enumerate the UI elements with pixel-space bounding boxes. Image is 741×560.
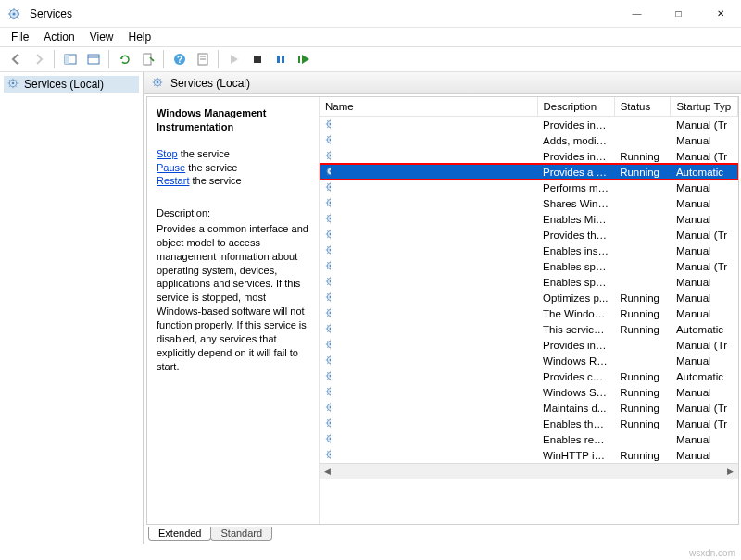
menu-help[interactable]: Help (121, 29, 159, 45)
column-header-status[interactable]: Status (614, 97, 671, 117)
cell-name: Windows Management Service (320, 180, 331, 195)
tab-extended[interactable]: Extended (148, 527, 211, 541)
service-row-icon (325, 229, 331, 242)
menu-view[interactable]: View (82, 29, 121, 45)
show-hide-tree-button[interactable] (59, 49, 81, 69)
service-row-icon (325, 323, 331, 336)
svg-rect-13 (277, 56, 280, 63)
properties-button[interactable] (192, 49, 213, 69)
cell-startup: Manual (Tr (671, 400, 738, 416)
toolbar-separator (108, 50, 109, 68)
pause-service-link[interactable]: Pause (157, 162, 185, 173)
table-row[interactable]: Windows Update Medic ServiceEnables rem.… (320, 431, 738, 447)
cell-startup: Manual (671, 384, 738, 400)
maximize-button[interactable]: □ (658, 0, 699, 28)
cell-startup: Manual (Tr (671, 258, 738, 274)
cell-startup: Manual (671, 353, 738, 368)
stop-service-link[interactable]: Stop (157, 148, 178, 159)
services-app-icon (7, 7, 26, 20)
table-row[interactable]: Windows Management ServicePerforms ma...… (320, 180, 738, 195)
properties-toolbar-button[interactable] (82, 49, 104, 69)
restart-service-link[interactable]: Restart (157, 175, 189, 186)
table-row[interactable]: Windows InstallerAdds, modifi...Manual (320, 132, 738, 148)
table-row[interactable]: WinHTTP Web Proxy Auto-Discovery S...Win… (320, 447, 738, 463)
table-row[interactable]: Windows License Manager ServiceProvides … (320, 148, 738, 164)
cell-name: Windows Update (320, 416, 331, 431)
svg-rect-4 (88, 55, 99, 64)
forward-button[interactable] (28, 49, 49, 69)
cell-name: Windows Update Medic Service (320, 431, 331, 447)
cell-description: Enables rem... (537, 431, 614, 447)
back-button[interactable] (5, 49, 26, 69)
cell-startup: Manual (Tr (671, 117, 738, 133)
cell-name: Windows Search (320, 368, 331, 384)
minimize-button[interactable]: — (616, 0, 658, 28)
cell-name: Windows Mobile Hotspot Service (320, 227, 331, 243)
cell-description: Enables spat... (537, 274, 614, 290)
toolbar: ? (0, 46, 741, 72)
cell-name: Windows Security Service (320, 384, 331, 400)
table-row[interactable]: Windows UpdateEnables the ...RunningManu… (320, 416, 738, 431)
table-row[interactable]: Windows TimeMaintains d...RunningManual … (320, 400, 738, 416)
horizontal-scrollbar[interactable]: ◀ ▶ (320, 463, 738, 479)
cell-name: Windows Presentation Foundation Fo... (320, 290, 331, 305)
table-row[interactable]: Windows Mobile Hotspot ServiceProvides t… (320, 227, 738, 243)
table-row[interactable]: Windows PushToInstall ServiceProvides in… (320, 337, 738, 353)
cell-description: Provides infr... (537, 148, 614, 164)
cell-name: Windows Time (320, 400, 331, 416)
column-header-name[interactable]: Name (320, 97, 537, 117)
cell-startup: Manual (671, 180, 738, 195)
cell-status (614, 431, 671, 447)
scroll-left-arrow[interactable]: ◀ (320, 464, 335, 479)
table-row[interactable]: Windows Presentation Foundation Fo...Opt… (320, 290, 738, 305)
menu-action[interactable]: Action (36, 29, 82, 45)
cell-startup: Manual (Tr (671, 337, 738, 353)
help-button[interactable]: ? (169, 49, 190, 69)
refresh-button[interactable] (114, 49, 135, 69)
table-header-row: Name Description Status Startup Typ (320, 97, 738, 117)
cell-status (614, 117, 671, 133)
toolbar-separator (54, 50, 55, 68)
table-row[interactable]: Windows Security ServiceWindows Se...Run… (320, 384, 738, 400)
stop-service-button[interactable] (246, 49, 268, 69)
cell-description: Windows Se... (537, 384, 614, 400)
service-row-icon (325, 181, 331, 194)
service-list[interactable]: Name Description Status Startup Typ Wind… (319, 97, 738, 524)
tab-standard[interactable]: Standard (210, 527, 272, 541)
table-row[interactable]: Windows Process Activation ServiceThe Wi… (320, 305, 738, 321)
table-row[interactable]: Windows Mixed Reality OpenXR ServiceEnab… (320, 211, 738, 227)
cell-startup: Automatic (671, 368, 738, 384)
cell-name: Windows Push Notifications System Se... (320, 321, 331, 337)
cell-description: Optimizes p... (537, 290, 614, 305)
svg-rect-3 (65, 55, 69, 64)
table-row[interactable]: Windows SearchProvides con...RunningAuto… (320, 368, 738, 384)
scroll-right-arrow[interactable]: ▶ (722, 464, 738, 479)
restart-service-button[interactable] (293, 49, 314, 69)
table-row[interactable]: Windows Remote Management (WS-...Windows… (320, 353, 738, 368)
table-row[interactable]: Windows Modules InstallerEnables inst...… (320, 243, 738, 258)
column-header-startup[interactable]: Startup Typ (671, 97, 738, 117)
services-tree-icon (7, 78, 20, 91)
start-service-button[interactable] (223, 49, 245, 69)
table-row[interactable]: Windows Management InstrumentationProvid… (320, 164, 738, 180)
service-detail-pane: Windows Management Instrumentation Stop … (147, 97, 319, 524)
pause-service-button[interactable] (270, 49, 291, 69)
service-row-icon (325, 244, 331, 257)
table-row[interactable]: Windows Perception Simulation ServiceEna… (320, 274, 738, 290)
close-button[interactable]: ✕ (699, 0, 741, 28)
cell-name: Windows Mixed Reality OpenXR Service (320, 211, 331, 227)
cell-description: Enables Mix... (537, 211, 614, 227)
cell-status (614, 211, 671, 227)
service-row-icon (325, 134, 331, 147)
table-row[interactable]: Windows Push Notifications System Se...T… (320, 321, 738, 337)
export-list-button[interactable] (137, 49, 158, 69)
table-row[interactable]: Windows Perception ServiceEnables spat..… (320, 258, 738, 274)
service-row-icon (325, 197, 331, 210)
table-row[interactable]: Windows Media Player Network Sharin...Sh… (320, 195, 738, 211)
column-header-description[interactable]: Description (537, 97, 614, 117)
cell-description: This service r... (537, 321, 614, 337)
menu-file[interactable]: File (4, 29, 36, 45)
table-row[interactable]: Windows Insider ServiceProvides infr...M… (320, 117, 738, 133)
tree-node-services-local[interactable]: Services (Local) (4, 76, 139, 93)
service-row-icon (325, 402, 331, 415)
